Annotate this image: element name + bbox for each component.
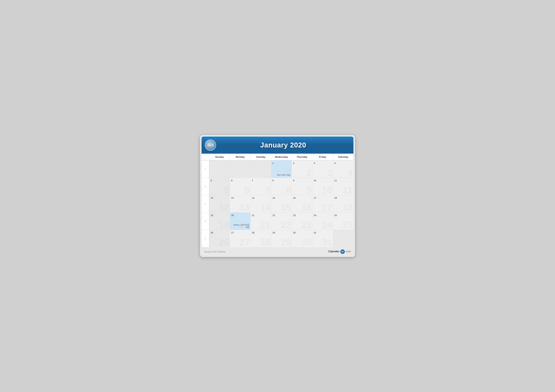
- day-number: 31: [314, 231, 331, 234]
- cell-bg-watermark: 31: [322, 238, 332, 247]
- day-cell-5: 55: [209, 178, 230, 195]
- day-number: 10: [314, 179, 331, 182]
- week-number-5: 5: [202, 230, 209, 247]
- day-header-tuesday: Tuesday: [250, 154, 271, 160]
- cell-bg-watermark: 17: [322, 203, 332, 212]
- day-cell-13: 1313: [230, 195, 250, 213]
- cell-bg-watermark: 4: [348, 168, 353, 177]
- day-cell-27: 2727: [230, 230, 250, 247]
- day-header-wednesday: Wednesday: [271, 154, 292, 160]
- week-number-1: 1: [202, 160, 209, 178]
- day-header-friday: Friday: [312, 154, 333, 160]
- day-cell-20: 2020Martin Luther King Day: [230, 213, 250, 230]
- day-number: 30: [293, 231, 311, 234]
- day-number: 8: [272, 179, 290, 182]
- header: 365 January 2020: [202, 136, 353, 154]
- day-number: 26: [211, 231, 228, 234]
- holiday-label: New Year's Day: [277, 174, 290, 176]
- cell-bg-watermark: 24: [322, 220, 332, 229]
- day-number: 27: [231, 231, 249, 234]
- day-cell-empty-0-1: [230, 160, 250, 178]
- day-number: 15: [272, 196, 290, 199]
- cell-bg-watermark: 5: [224, 185, 229, 195]
- day-cell-3: 33: [312, 160, 333, 178]
- day-cell-4: 44: [333, 160, 353, 178]
- cell-bg-watermark: 9: [307, 185, 312, 195]
- day-number: 25: [334, 214, 352, 217]
- day-number: 13: [231, 196, 249, 199]
- day-cell-8: 88: [271, 178, 292, 195]
- day-number: 3: [314, 162, 331, 164]
- footer-left-text: January 2020 Calendar: [204, 250, 226, 253]
- page-wrapper: 365 January 2020 SundayMondayTuesdayWedn…: [200, 135, 355, 257]
- day-cell-24: 2424: [312, 213, 333, 230]
- cell-bg-watermark: 10: [322, 185, 332, 195]
- day-cell-empty-4-6: [333, 230, 353, 247]
- day-headers-row: SundayMondayTuesdayWednesdayThursdayFrid…: [202, 154, 353, 160]
- week-number-4: 4: [202, 213, 209, 230]
- day-cell-empty-0-2: [250, 160, 271, 178]
- calendar-title: January 2020: [216, 141, 350, 149]
- cell-bg-watermark: 2: [307, 168, 312, 177]
- cell-bg-watermark: 12: [219, 203, 229, 212]
- day-cell-28: 2828: [250, 230, 271, 247]
- day-number: 6: [231, 179, 249, 182]
- day-number: 24: [314, 214, 331, 217]
- day-cell-30: 3030: [292, 230, 312, 247]
- cell-bg-watermark: 21: [260, 220, 270, 229]
- footer-dotcom: .com: [345, 250, 351, 253]
- day-cell-22: 2222: [271, 213, 292, 230]
- day-cell-23: 2323: [292, 213, 312, 230]
- day-header-thursday: Thursday: [292, 154, 312, 160]
- cell-bg-watermark: 11: [343, 185, 353, 195]
- day-cell-16: 1616: [292, 195, 312, 213]
- day-number: 2: [293, 162, 311, 164]
- day-cell-9: 99: [292, 178, 312, 195]
- logo: 365: [205, 139, 216, 151]
- day-number: 5: [211, 179, 228, 182]
- cell-bg-watermark: 13: [240, 203, 250, 212]
- cell-bg-watermark: 8: [286, 185, 291, 195]
- day-cell-25: 2525: [333, 213, 353, 230]
- day-number: 19: [211, 214, 228, 217]
- day-cell-26: 2626: [209, 230, 230, 247]
- day-number: 9: [293, 179, 311, 182]
- calendar-grid: 111New Year's Day22334425566778899101011…: [202, 160, 353, 247]
- day-cell-12: 1212: [209, 195, 230, 213]
- day-cell-18: 1818: [333, 195, 353, 213]
- footer-365-badge: 365: [340, 249, 345, 254]
- day-cell-10: 1010: [312, 178, 333, 195]
- cell-bg-watermark: 19: [219, 220, 229, 229]
- day-cell-21: 2121: [250, 213, 271, 230]
- cell-bg-watermark: 6: [245, 185, 250, 195]
- week-number-2: 2: [202, 178, 209, 195]
- day-number: 4: [334, 162, 352, 164]
- day-number: 20: [231, 214, 249, 217]
- day-cell-6: 66: [230, 178, 250, 195]
- cell-bg-watermark: 25: [343, 220, 353, 229]
- holiday-label: Martin Luther King Day: [230, 224, 249, 228]
- day-number: 17: [314, 196, 331, 199]
- day-number: 1: [272, 162, 290, 164]
- day-cell-11: 1111: [333, 178, 353, 195]
- day-number: 11: [334, 179, 352, 182]
- cell-bg-watermark: 15: [281, 203, 291, 212]
- week-number-3: 3: [202, 195, 209, 213]
- footer: January 2020 Calendar Calendar-365.com: [202, 248, 353, 256]
- day-number: 14: [252, 196, 270, 199]
- day-number: 23: [293, 214, 311, 217]
- day-cell-19: 1919: [209, 213, 230, 230]
- cell-bg-watermark: 26: [219, 238, 229, 247]
- footer-right-text: Calendar-365.com: [328, 249, 351, 254]
- cell-bg-watermark: 27: [240, 238, 250, 247]
- day-cell-17: 1717: [312, 195, 333, 213]
- day-cell-2: 22: [292, 160, 312, 178]
- cell-bg-watermark: 30: [301, 238, 312, 247]
- day-cell-14: 1414: [250, 195, 271, 213]
- day-cell-7: 77: [250, 178, 271, 195]
- cell-bg-watermark: 23: [301, 220, 312, 229]
- cell-bg-watermark: 7: [265, 185, 270, 195]
- day-number: 12: [211, 196, 228, 199]
- day-header-saturday: Saturday: [333, 154, 353, 160]
- day-cell-31: 3131: [312, 230, 333, 247]
